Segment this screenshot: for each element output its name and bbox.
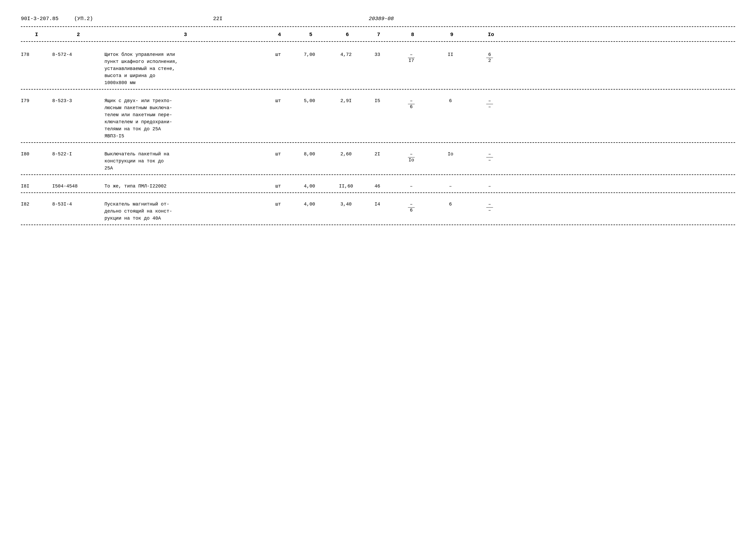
row-col6: 3,40 <box>329 201 366 208</box>
row-col9: – <box>433 183 470 190</box>
row-col5: 7,00 <box>292 51 329 58</box>
doc-code: 20389-08 <box>369 16 394 22</box>
row-code: 8-522-I <box>52 151 104 158</box>
col-header-9: 9 <box>433 32 470 38</box>
row-col9: II <box>433 51 470 58</box>
row-col6: 4,72 <box>329 51 366 58</box>
row-id: I79 <box>21 97 52 104</box>
row-unit: шт <box>266 151 292 158</box>
col-header-10: Io <box>470 32 512 38</box>
column-headers: I 2 3 4 5 6 7 8 9 Io <box>21 28 735 40</box>
row-code: 8-523-3 <box>52 97 104 104</box>
row-col5: 4,00 <box>292 201 329 208</box>
row-col7: I4 <box>366 201 392 208</box>
row-unit: шт <box>266 51 292 58</box>
row-col10: – <box>470 183 512 190</box>
col-header-6: 6 <box>329 32 366 38</box>
row-col10: 6 2 <box>470 51 512 63</box>
table-row: I82 8-53I-4 Пускатель магнитный от- дель… <box>21 193 735 225</box>
row-code: I504-4548 <box>52 183 104 190</box>
col-header-5: 5 <box>292 32 329 38</box>
row-col8: – 6 <box>392 97 433 110</box>
row-col10: – – <box>470 151 512 163</box>
table-row: I80 8-522-I Выключатель пакетный на конс… <box>21 143 735 174</box>
row-col6: 2,9I <box>329 97 366 104</box>
row-col8: – I7 <box>392 51 433 63</box>
row-col8: – <box>392 183 433 190</box>
row-col10: – – <box>470 97 512 110</box>
col-header-8: 8 <box>392 32 433 38</box>
row-code: 8-53I-4 <box>52 201 104 208</box>
col-header-7: 7 <box>366 32 392 38</box>
doc-type: (УП.2) <box>74 16 93 22</box>
col-header-2: 2 <box>52 32 104 38</box>
row-unit: шт <box>266 201 292 208</box>
row-description: То же, типа ПМЛ-I22002 <box>104 183 266 190</box>
row-col8: – 6 <box>392 201 433 213</box>
row-col9: Io <box>433 151 470 158</box>
table-row: I79 8-523-3 Ящик с двух- или трехпо- люс… <box>21 90 735 142</box>
row-separator-182 <box>21 225 735 225</box>
row-id: I8I <box>21 183 52 190</box>
document-header: 90I-3-207.85 (УП.2) 22I 20389-08 <box>21 16 735 22</box>
row-col7: 46 <box>366 183 392 190</box>
doc-number: 90I-3-207.85 <box>21 16 58 22</box>
row-code: 8-572-4 <box>52 51 104 58</box>
row-description: Щиток блок управления или пункт шкафного… <box>104 51 266 86</box>
col-header-4: 4 <box>266 32 292 38</box>
row-col9: 6 <box>433 201 470 208</box>
row-unit: шт <box>266 97 292 104</box>
col-header-3: 3 <box>104 32 266 38</box>
row-unit: шт <box>266 183 292 190</box>
row-col10: – – <box>470 201 512 213</box>
row-id: I82 <box>21 201 52 208</box>
table-row: I8I I504-4548 То же, типа ПМЛ-I22002 шт … <box>21 175 735 192</box>
row-description: Пускатель магнитный от- дельно стоящий н… <box>104 201 266 222</box>
row-id: I78 <box>21 51 52 58</box>
row-col5: 8,00 <box>292 151 329 158</box>
row-col9: 6 <box>433 97 470 104</box>
top-dashed-separator <box>21 26 735 27</box>
col-header-1: I <box>21 32 52 38</box>
row-col8: – Io <box>392 151 433 163</box>
table-row: I78 8-572-4 Щиток блок управления или пу… <box>21 43 735 89</box>
row-id: I80 <box>21 151 52 158</box>
row-col5: 5,00 <box>292 97 329 104</box>
row-description: Выключатель пакетный на конструкции на т… <box>104 151 266 172</box>
row-col5: 4,00 <box>292 183 329 190</box>
row-description: Ящик с двух- или трехпо- люсным пакетным… <box>104 97 266 140</box>
row-col7: I5 <box>366 97 392 104</box>
header-bottom-dashed <box>21 41 735 42</box>
row-col6: 2,60 <box>329 151 366 158</box>
row-col7: 2I <box>366 151 392 158</box>
row-col7: 33 <box>366 51 392 58</box>
doc-page-num: 22I <box>213 16 222 22</box>
row-col6: II,60 <box>329 183 366 190</box>
